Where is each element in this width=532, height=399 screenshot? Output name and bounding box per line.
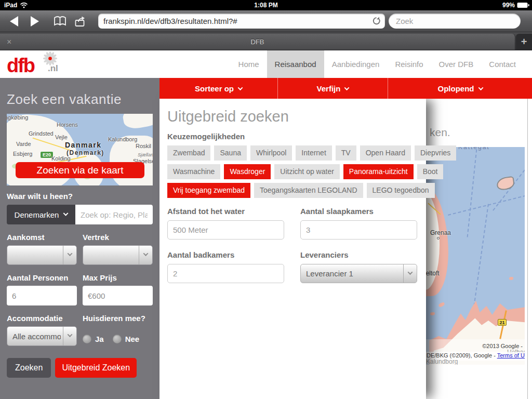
bedrooms-label: Aantal slaapkamers bbox=[300, 207, 417, 216]
country-label: (Denmark) bbox=[66, 149, 104, 156]
filter-sorteer-op[interactable]: Sorteer op bbox=[159, 78, 277, 99]
tag-wasmachine[interactable]: Wasmachine bbox=[167, 164, 220, 179]
select-arrow-icon bbox=[63, 246, 76, 264]
map-label: Varde bbox=[16, 141, 31, 147]
city-label-kalundborg: Kalundborg bbox=[426, 358, 458, 365]
filter-verfijn[interactable]: Verfijn bbox=[277, 78, 388, 99]
tag-toegangskaarten-legoland[interactable]: Toegangskaarten LEGOLAND bbox=[254, 183, 363, 198]
filter-oplopend[interactable]: Oplopend bbox=[388, 78, 532, 99]
tag-tv[interactable]: TV bbox=[336, 145, 356, 161]
battery-icon bbox=[517, 2, 529, 8]
islet-shape bbox=[430, 312, 435, 315]
extended-search-panel: Uitgebreid zoeken Keuzemogelijkheden Zwe… bbox=[159, 99, 426, 399]
share-icon[interactable] bbox=[74, 16, 88, 27]
new-tab-button[interactable]: + bbox=[516, 34, 532, 50]
arrival-label: Aankomst bbox=[7, 233, 77, 242]
map-label: Roskil bbox=[136, 143, 151, 149]
tag-wasdroger[interactable]: Wasdroger bbox=[224, 164, 271, 179]
tag-panorama-uitzicht[interactable]: Panorama-uitzicht bbox=[343, 164, 414, 179]
map-label: Sjælland bbox=[138, 152, 153, 157]
select-arrow-icon bbox=[139, 246, 152, 264]
address-bar[interactable] bbox=[98, 14, 385, 29]
radio-nee[interactable] bbox=[113, 335, 122, 343]
tag-lego-tegoedbon[interactable]: LEGO tegoedbon bbox=[367, 183, 435, 198]
results-map[interactable]: Kattegat Grenaa beltoft 21 bbox=[426, 147, 525, 365]
bookmarks-icon[interactable] bbox=[53, 16, 67, 26]
tag-list: ZwembadSaunaWhirlpoolInternetTVOpen Haar… bbox=[167, 145, 426, 198]
bathrooms-input[interactable] bbox=[167, 264, 284, 283]
bedrooms-input[interactable] bbox=[300, 220, 417, 240]
nav-over-dfb[interactable]: Over DFB bbox=[431, 50, 482, 78]
accommodation-select[interactable]: Alle accommoda bbox=[7, 326, 77, 346]
ferry-route-line bbox=[467, 147, 478, 237]
ios-status-bar: iPad 1:08 PM 99% bbox=[0, 0, 532, 10]
nav-reisinfo[interactable]: Reisinfo bbox=[387, 50, 431, 78]
pets-label: Huisdieren mee? bbox=[83, 314, 153, 323]
persons-label: Aantal Personen bbox=[7, 273, 77, 282]
radio-ja[interactable] bbox=[83, 335, 91, 343]
radio-nee-label: Nee bbox=[125, 335, 140, 343]
nav-reisaanbod[interactable]: Reisaanbod bbox=[267, 50, 324, 78]
nav-home[interactable]: Home bbox=[231, 50, 267, 78]
forward-button[interactable] bbox=[31, 16, 39, 26]
tag-whirlpool[interactable]: Whirlpool bbox=[250, 145, 292, 161]
url-input[interactable] bbox=[98, 17, 372, 25]
sidebar-map[interactable]: ngkøbing Horsens Grindsted Vejle Varde K… bbox=[7, 114, 153, 185]
tag-diepvries[interactable]: Diepvries bbox=[415, 145, 456, 161]
tag-vrij-toegang-zwembad[interactable]: Vrij toegang zwembad bbox=[167, 183, 250, 198]
departure-label: Vertrek bbox=[83, 233, 153, 242]
page-edge-line bbox=[527, 99, 528, 399]
tag-boot[interactable]: Boot bbox=[417, 164, 444, 179]
map-label: Grindsted bbox=[29, 130, 54, 137]
city-label-grenaa: Grenaa bbox=[430, 229, 451, 236]
ipad-screen: iPad 1:08 PM 99% bbox=[0, 0, 532, 399]
chevron-down-icon bbox=[344, 85, 350, 90]
terms-of-use-link[interactable]: Terms of Use bbox=[497, 352, 525, 358]
tag-open-haard[interactable]: Open Haard bbox=[360, 145, 411, 161]
extended-search-button[interactable]: Uitgebreid Zoeken bbox=[55, 358, 137, 378]
battery-percent: 99% bbox=[502, 2, 515, 9]
filter-label: Verfijn bbox=[317, 84, 341, 93]
nav-contact[interactable]: Contact bbox=[481, 50, 524, 78]
map-search-button[interactable]: Zoeken via de kaart bbox=[16, 162, 144, 178]
sea-label: Kattegat bbox=[458, 147, 490, 151]
safari-toolbar bbox=[0, 10, 532, 32]
tag-sauna[interactable]: Sauna bbox=[214, 145, 246, 161]
departure-select[interactable] bbox=[83, 245, 153, 265]
city-label-ebeltoft: beltoft bbox=[426, 270, 440, 277]
country-select[interactable]: Denemarken bbox=[7, 205, 75, 224]
water-distance-input[interactable] bbox=[167, 220, 284, 240]
search-button[interactable]: Zoeken bbox=[7, 358, 51, 378]
filter-bar: Sorteer opVerfijnOplopend bbox=[159, 78, 532, 99]
max-price-input[interactable] bbox=[83, 286, 153, 305]
reload-icon[interactable] bbox=[372, 17, 381, 25]
max-price-label: Max Prijs bbox=[83, 273, 153, 282]
tag-internet[interactable]: Internet bbox=[296, 145, 331, 161]
back-button[interactable] bbox=[10, 16, 18, 26]
tag-uitzicht-op-water[interactable]: Uitzicht op water bbox=[274, 164, 339, 179]
nav-aanbiedingen[interactable]: Aanbiedingen bbox=[324, 50, 388, 78]
field-suppliers: Leveranciers Leverancier 1 bbox=[300, 250, 417, 283]
logo-suffix: .nl bbox=[48, 63, 58, 74]
web-page: dfb bbox=[0, 50, 532, 399]
site-logo[interactable]: dfb bbox=[7, 53, 69, 76]
chevron-down-icon bbox=[478, 85, 483, 90]
tag-zwembad[interactable]: Zwembad bbox=[167, 145, 210, 161]
field-bedrooms: Aantal slaapkamers bbox=[300, 207, 417, 240]
arrival-select[interactable] bbox=[7, 245, 77, 265]
radio-ja-label: Ja bbox=[95, 335, 104, 343]
accommodation-label: Accommodatie bbox=[7, 314, 77, 323]
clipped-heading: ken. bbox=[430, 126, 450, 139]
city-marker bbox=[437, 237, 440, 240]
persons-input[interactable] bbox=[7, 286, 77, 305]
field-bathrooms: Aantal badkamers bbox=[167, 250, 284, 283]
country-label: Danmark bbox=[65, 141, 101, 149]
field-water-distance: Afstand tot het water bbox=[167, 207, 284, 240]
filter-label: Sorteer op bbox=[195, 84, 234, 93]
tab-dfb[interactable]: × DFB bbox=[0, 34, 515, 50]
browser-search-input[interactable] bbox=[389, 14, 521, 29]
region-search-input[interactable] bbox=[75, 205, 153, 224]
land-shape bbox=[122, 114, 153, 130]
suppliers-select[interactable]: Leverancier 1 bbox=[300, 264, 417, 283]
chevron-down-icon bbox=[238, 85, 243, 90]
